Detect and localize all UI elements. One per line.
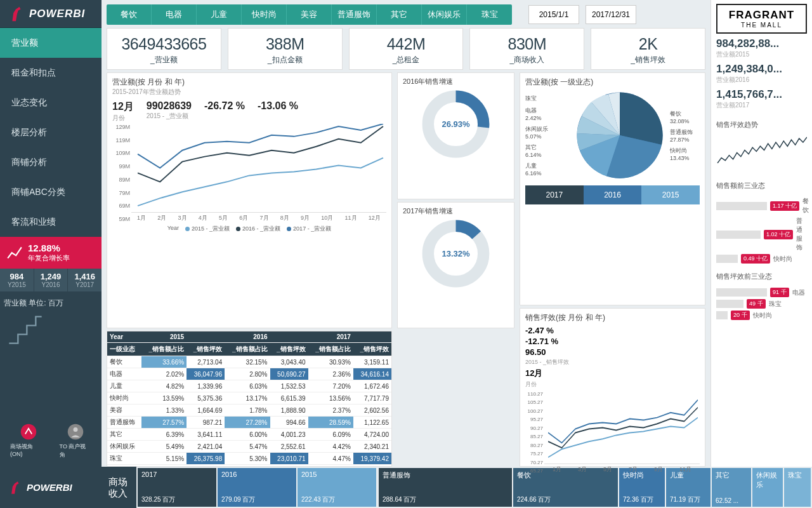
category-tabs: 餐饮电器儿童快时尚美容普通服饰其它休闲娱乐珠宝	[107, 4, 512, 25]
tree-cat[interactable]: 休闲娱乐	[752, 468, 783, 507]
year-card: 1,249Y2016	[34, 269, 69, 291]
year-summary: 984Y20151,249Y20161,416Y2017	[0, 269, 102, 291]
eff-line-chart: 销售坪效(按 月份 和 年) -2.47 %-12.71 %96.502015 …	[520, 308, 705, 467]
tab[interactable]: 餐饮	[107, 4, 152, 25]
bar-row: 49 千珠宝	[716, 299, 807, 309]
donut-2016: 2016年销售增速 26.93%	[397, 72, 514, 199]
cagr-label: 年复合增长率	[28, 253, 70, 263]
tree-cat[interactable]: 儿童71.19 百万	[666, 468, 710, 507]
nav-item-0[interactable]: 营业额	[0, 28, 102, 58]
kpi-row: 3649433665_营业额388M_扣点金额442M_总租金830M_商场收入…	[107, 28, 705, 70]
giraffe-icon	[6, 4, 25, 23]
year-card: 1,416Y2017	[68, 269, 102, 291]
sales-table: Year201520162017一级业态_销售额占比_销售坪效_销售额占比_销售…	[107, 331, 392, 467]
tab[interactable]: 其它	[377, 4, 422, 25]
sales-line-chart: 营业额(按 月份 和 年) 2015-2017年营业额趋势 12月月份99028…	[107, 72, 392, 328]
nav-item-5[interactable]: 商铺ABC分类	[0, 177, 102, 207]
bar-row: 1.17 十亿餐饮	[716, 197, 807, 215]
tree-cat[interactable]: 其它62.52 ...	[712, 468, 751, 507]
bar-row: 20 千快时尚	[716, 311, 807, 320]
kpi-card: 2K_销售坪效	[591, 28, 705, 70]
bar-row: 1.02 十亿普通服饰	[716, 217, 807, 252]
logo-text: POWERBI	[29, 8, 85, 20]
nav-item-6[interactable]: 客流和业绩	[0, 207, 102, 237]
nav: 营业额租金和扣点业态变化楼层分析商铺分析商铺ABC分类客流和业绩	[0, 28, 102, 237]
svg-point-2	[73, 427, 77, 432]
tab[interactable]: 快时尚	[242, 4, 287, 25]
year-total: 1,249,384,0...	[716, 63, 807, 76]
year-total: 1,415,766,7...	[716, 88, 807, 101]
tree-cat[interactable]: 珠宝	[784, 468, 811, 507]
sidebar: POWERBI 营业额租金和扣点业态变化楼层分析商铺分析商铺ABC分类客流和业绩…	[0, 0, 102, 467]
tree-cat[interactable]: 快时尚72.36 百万	[619, 468, 665, 507]
tree-cat[interactable]: 餐饮224.66 百万	[513, 468, 618, 507]
tree-year[interactable]: 2015222.43 百万	[298, 468, 376, 507]
date-to[interactable]: 2017/12/31	[586, 5, 636, 24]
tab[interactable]: 电器	[152, 4, 197, 25]
donut-2017: 2017年销售增速 13.32%	[397, 202, 514, 329]
bar-row: 0.49 十亿快时尚	[716, 254, 807, 264]
trend-icon	[6, 244, 23, 261]
kpi-card: 388M_扣点金额	[228, 28, 343, 70]
year-tab-2015[interactable]: 2015	[641, 185, 700, 204]
brand-logo: FRAGRANT THE MALL	[716, 4, 807, 34]
spark-title: 销售坪效趋势	[716, 120, 807, 130]
top3-eff-title: 销售坪效前三业态	[716, 272, 807, 281]
tab[interactable]: 休闲娱乐	[422, 4, 467, 25]
kpi-card: 442M_总租金	[349, 28, 464, 70]
nav-item-2[interactable]: 业态变化	[0, 88, 102, 117]
eff-sparkline	[716, 136, 807, 171]
tab[interactable]: 珠宝	[467, 4, 512, 25]
tree-year[interactable]: 2017328.25 百万	[138, 468, 216, 507]
kpi-card: 830M_商场收入	[469, 28, 584, 70]
tree-cat[interactable]: 普通服饰288.64 百万	[379, 468, 512, 507]
year-card: 984Y2015	[0, 269, 34, 291]
cagr-card: 12.88% 年复合增长率	[0, 237, 102, 269]
year-tab-2017[interactable]: 2017	[525, 185, 584, 204]
kpi-card: 3649433665_营业额	[107, 28, 221, 70]
right-panel: FRAGRANT THE MALL 984,282,88...营业额20151,…	[710, 0, 812, 467]
tab[interactable]: 普通服饰	[332, 4, 377, 25]
nav-item-1[interactable]: 租金和扣点	[0, 58, 102, 88]
income-title: 商场收入	[99, 467, 136, 508]
bottom-logo: POWERBI	[0, 467, 99, 508]
logo: POWERBI	[0, 0, 102, 28]
unit-label: 营业额 单位: 百万	[0, 291, 102, 311]
tab[interactable]: 儿童	[197, 4, 242, 25]
category-pie: 营业额(按 一级业态) 珠宝电器2.42%休闲娱乐5.07%其它6.14%儿童6…	[520, 72, 705, 305]
date-from[interactable]: 2015/1/1	[528, 5, 579, 24]
year-total: 984,282,88...	[716, 37, 807, 50]
tree-year[interactable]: 2016279.09 百万	[218, 468, 296, 507]
year-tab-2016[interactable]: 2016	[584, 185, 642, 204]
tab[interactable]: 美容	[287, 4, 332, 25]
nav-item-3[interactable]: 楼层分析	[0, 117, 102, 147]
tenant-view-toggle[interactable]: TO 商户视角	[60, 423, 91, 459]
mall-view-toggle[interactable]: 商场视角 (ON)	[10, 423, 47, 459]
cagr-value: 12.88%	[28, 243, 70, 253]
svg-point-0	[21, 424, 37, 440]
main: 餐饮电器儿童快时尚美容普通服饰其它休闲娱乐珠宝 2015/1/1 2017/12…	[102, 0, 710, 467]
nav-item-4[interactable]: 商铺分析	[0, 147, 102, 177]
treemap-years: 2017328.25 百万2016279.09 百万2015222.43 百万	[136, 467, 377, 508]
step-icon	[0, 311, 102, 354]
top3-sales-title: 销售额前三业态	[716, 181, 807, 190]
bar-row: 91 千电器	[716, 288, 807, 297]
